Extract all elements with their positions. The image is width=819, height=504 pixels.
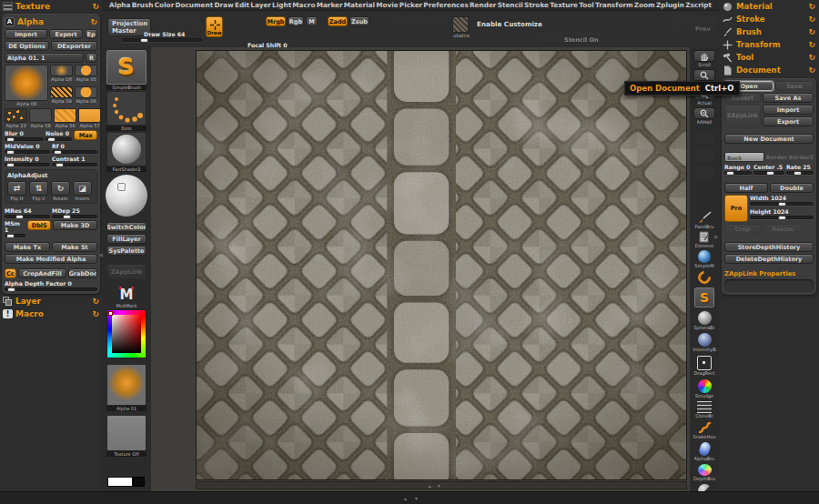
new-document-button[interactable]: New Document (724, 134, 814, 144)
menu-movie[interactable]: Movie (376, 1, 398, 9)
menu-edit[interactable]: Edit (235, 1, 249, 9)
alpha-palette-header[interactable]: A Alpha ↻ (5, 16, 97, 27)
tray-open-down-icon[interactable]: ▾ (415, 495, 418, 501)
tray-item-alphabrush[interactable]: AlphaBru (690, 442, 719, 461)
filllayer-button[interactable]: FillLayer (106, 234, 147, 244)
alpha-ep-button[interactable]: Ep (85, 29, 97, 39)
brush-reset-icon[interactable]: ↻ (808, 28, 815, 36)
alpha-noise-slider[interactable]: Noise 0 (46, 130, 72, 141)
material-reset-icon[interactable]: ↻ (808, 3, 815, 11)
alpha-de-options-button[interactable]: DE Options (5, 41, 49, 51)
current-texture-thumb[interactable]: Texture Off (106, 415, 147, 457)
bottom-tray-bar[interactable]: ▴ ▾ (0, 491, 819, 504)
tray-item-clonebrush[interactable]: CloneBr (690, 401, 719, 418)
layer-reset-icon[interactable]: ↻ (92, 297, 99, 306)
width-slider[interactable]: Width 1024 (750, 195, 814, 206)
center-slider[interactable]: Center .5 (753, 164, 784, 175)
resize-button[interactable]: Resize (763, 224, 803, 234)
alpha-r-button[interactable]: R (86, 53, 97, 63)
rate-slider[interactable]: Rate 25 (786, 164, 814, 175)
flip-v-button[interactable]: ⇅ Flip V (29, 181, 48, 201)
border-button[interactable]: Border (766, 154, 787, 160)
invers-button[interactable]: ◪ Invers (73, 181, 92, 201)
make-tx-button[interactable]: Make Tx (5, 242, 50, 252)
alpha-big-thumb[interactable]: Alpha 08 (5, 65, 48, 106)
material-preview-sphere[interactable] (106, 175, 147, 217)
store-depth-history-button[interactable]: StoreDepthHistory (724, 242, 814, 252)
tray-open-up-icon[interactable]: ▴ (404, 495, 407, 501)
save-as-button[interactable]: Save As (763, 93, 814, 103)
switchcolor-button[interactable]: SwitchColor (106, 222, 147, 232)
prev-label[interactable]: Prev (695, 25, 711, 33)
make-st-button[interactable]: Make St (52, 242, 97, 252)
main-color-swatch[interactable] (107, 477, 133, 487)
menu-alpha[interactable]: Alpha (109, 1, 131, 9)
tray-collapse-arrow-icon[interactable]: » (713, 233, 718, 241)
document-canvas[interactable] (196, 50, 687, 480)
texture-reset-icon[interactable]: ↻ (92, 3, 99, 11)
canvas-area[interactable]: ▴ ▾ (151, 47, 690, 491)
menu-layer[interactable]: Layer (250, 1, 271, 9)
alpha-dbls-button[interactable]: DblS (27, 220, 51, 230)
delete-depth-history-button[interactable]: DeleteDepthHistory (724, 254, 814, 264)
enable-customize-button[interactable]: Enable Customize (477, 20, 542, 28)
menu-zoom[interactable]: Zoom (634, 1, 655, 9)
menu-draw[interactable]: Draw (214, 1, 233, 9)
zsub-toggle[interactable]: Zsub (349, 16, 369, 26)
document-reset-icon[interactable]: ↻ (808, 66, 815, 75)
zapplink-properties-header[interactable]: ZAppLink Properties (724, 270, 814, 277)
alpha-msm-slider[interactable]: MSm 1 (5, 220, 25, 237)
alpha-thumb[interactable]: Alpha 58 (29, 108, 52, 128)
alpha-import-button[interactable]: Import (5, 29, 47, 39)
tray-item-sphere-brush[interactable]: SpheraBr (690, 311, 719, 330)
menu-transform[interactable]: Transform (595, 1, 633, 9)
cc-toggle[interactable]: Cc (5, 268, 16, 278)
tray-item-current-tool[interactable]: S (690, 287, 719, 307)
canvas-scroll-strip[interactable]: ▴ ▾ (196, 481, 687, 489)
alpha-export-button[interactable]: Export (49, 29, 83, 39)
alpha-thumb[interactable]: Alpha 56 (54, 108, 76, 128)
zadd-toggle[interactable]: Zadd (328, 16, 348, 26)
crop-button[interactable]: Crop (724, 224, 761, 234)
alpha-thumb[interactable]: Alpha Off (50, 65, 73, 85)
menu-zscript[interactable]: Zscript (685, 1, 712, 9)
tray-item-dragrect[interactable]: DragRect (690, 356, 719, 376)
transform-reset-icon[interactable]: ↻ (808, 41, 815, 49)
menu-texture[interactable]: Texture (550, 1, 578, 9)
double-button[interactable]: Double (770, 183, 814, 193)
texture-palette-header[interactable]: Texture ↻ (0, 0, 102, 13)
menu-marker[interactable]: Marker (317, 1, 343, 9)
grabdoc-button[interactable]: GrabDoc (68, 268, 97, 278)
tray-item-smudge[interactable]: Smudge (690, 379, 719, 398)
make-modified-alpha-button[interactable]: Make Modified Alpha (5, 254, 97, 264)
alpha-blur-slider[interactable]: Blur 0 (5, 130, 44, 141)
macro-reset-icon[interactable]: ↻ (92, 310, 99, 318)
multimarker-tool[interactable]: M MultMark (106, 286, 147, 308)
alpha-thumb[interactable]: Alpha 06 (75, 86, 97, 106)
right-menu-document[interactable]: Document ↻ (719, 64, 819, 76)
alpha-name-field[interactable]: Alpha 01. 1 (5, 53, 84, 63)
scroll-button[interactable]: Scroll (690, 50, 719, 67)
alpha-contrast-slider[interactable]: Contrast 1 (52, 156, 97, 166)
shelf-texture-thumb[interactable]: ubatrix (452, 16, 470, 38)
alpha-make3d-button[interactable]: Make 3D (53, 220, 97, 230)
menu-color[interactable]: Color (155, 1, 174, 9)
tray-item-snakehook[interactable]: SnakeHoo (690, 421, 719, 439)
current-material-fastshader[interactable]: FastShader2 (106, 132, 147, 172)
menu-stencil[interactable]: Stencil (498, 1, 523, 9)
color-picker[interactable] (106, 309, 147, 358)
half-button[interactable]: Half (724, 183, 768, 193)
right-menu-brush[interactable]: Brush ↻ (719, 25, 819, 38)
pro-button[interactable]: Pro (724, 195, 748, 222)
alpha-thumb[interactable]: Alpha 05 (75, 65, 97, 85)
menu-preferences[interactable]: Preferences (423, 1, 468, 9)
alpha-mdep-slider[interactable]: MDep 25 (52, 207, 97, 218)
secondary-color-swatch[interactable] (133, 477, 145, 487)
stroke-reset-icon[interactable]: ↻ (808, 15, 815, 24)
alpha-max-button[interactable]: Max (74, 130, 97, 140)
rotate-button[interactable]: ↻ Rotate (51, 181, 70, 201)
macro-palette-header[interactable]: ! Macro ↻ (0, 307, 102, 320)
tray-collapse-arrow-icon[interactable]: « (99, 251, 104, 259)
menu-material[interactable]: Material (344, 1, 375, 9)
menu-macro[interactable]: Macro (292, 1, 315, 9)
